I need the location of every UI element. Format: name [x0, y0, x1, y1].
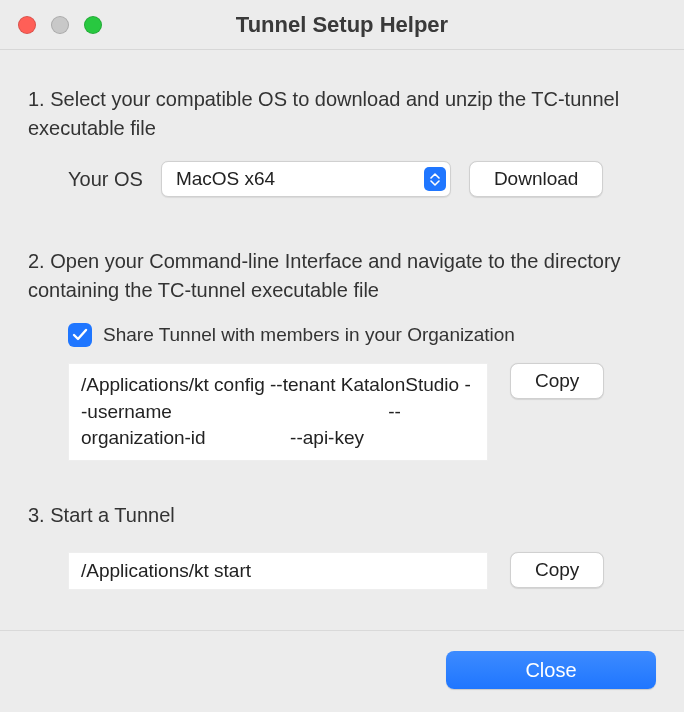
- copy-start-button[interactable]: Copy: [510, 552, 604, 588]
- os-select[interactable]: MacOS x64: [161, 161, 451, 197]
- config-command-row: /Applications/kt config --tenant Katalon…: [28, 363, 656, 461]
- os-select-value: MacOS x64: [176, 168, 424, 190]
- download-button[interactable]: Download: [469, 161, 604, 197]
- window-zoom-button[interactable]: [84, 16, 102, 34]
- window-minimize-button[interactable]: [51, 16, 69, 34]
- os-label: Your OS: [68, 168, 143, 191]
- close-button[interactable]: Close: [446, 651, 656, 689]
- step2-label: 2. Open your Command-line Interface and …: [28, 247, 656, 305]
- share-tunnel-row: Share Tunnel with members in your Organi…: [28, 323, 656, 347]
- start-command-box[interactable]: /Applications/kt start: [68, 552, 488, 591]
- start-command-row: /Applications/kt start Copy: [28, 552, 656, 591]
- titlebar: Tunnel Setup Helper: [0, 0, 684, 50]
- window-title: Tunnel Setup Helper: [14, 12, 670, 38]
- content: 1. Select your compatible OS to download…: [0, 50, 684, 620]
- traffic-lights: [18, 16, 102, 34]
- select-arrows-icon: [424, 167, 446, 191]
- footer: Close: [0, 630, 684, 709]
- step1-row: Your OS MacOS x64 Download: [28, 161, 656, 197]
- config-command-box[interactable]: /Applications/kt config --tenant Katalon…: [68, 363, 488, 461]
- window-close-button[interactable]: [18, 16, 36, 34]
- step3-label: 3. Start a Tunnel: [28, 501, 656, 530]
- share-tunnel-label: Share Tunnel with members in your Organi…: [103, 324, 515, 346]
- copy-config-button[interactable]: Copy: [510, 363, 604, 399]
- share-tunnel-checkbox[interactable]: [68, 323, 92, 347]
- step1-label: 1. Select your compatible OS to download…: [28, 85, 656, 143]
